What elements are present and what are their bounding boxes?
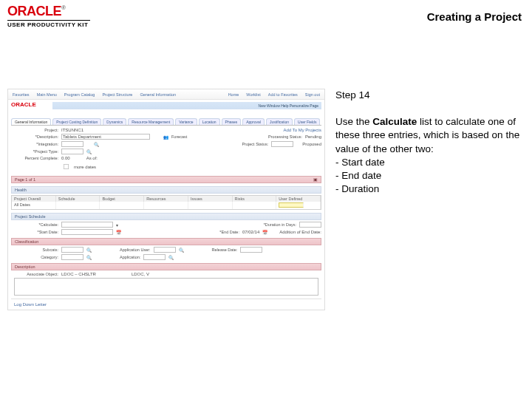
tab-location[interactable]: Location	[199, 118, 220, 125]
health-title: Health	[15, 188, 27, 192]
instruction-bold: Calculate	[372, 116, 417, 127]
breadcrumb-bar: New Window Help Personalize Page	[52, 102, 321, 109]
tab-project-costing[interactable]: Project Costing Definition	[52, 118, 101, 125]
proc-status-label: Processing Status:	[268, 134, 302, 139]
end-date-label: *End Date:	[219, 230, 239, 234]
proj-status-input[interactable]	[271, 141, 293, 147]
lookup-icon[interactable]: 🔍	[86, 255, 92, 260]
instruction-panel: Step 14 Use the Calculate list to calcul…	[335, 89, 525, 392]
home-link[interactable]: Home	[228, 92, 239, 97]
menu-item[interactable]: Favorites	[13, 92, 30, 97]
cell: All Dates	[12, 202, 56, 209]
logo-rule	[7, 20, 90, 21]
cell	[188, 202, 233, 209]
tab-dynamics[interactable]: Dynamics	[103, 118, 126, 125]
assoc-object-label: Associate Object:	[14, 272, 58, 276]
lookup-icon[interactable]: 🔍	[94, 142, 99, 147]
screenshot-thumbnail: Favorites Main Menu Program Catalog Proj…	[7, 89, 325, 310]
asof-label: As of:	[86, 156, 98, 160]
tab-resource-management[interactable]: Resource Management	[128, 118, 174, 125]
menu-item[interactable]: Main Menu	[37, 92, 57, 97]
release-input[interactable]	[240, 247, 262, 253]
description-header: Description	[11, 263, 321, 270]
people-icon[interactable]: 👥	[163, 134, 168, 140]
grid-header: Project Overall Schedule Budget Resource…	[12, 196, 321, 202]
logo-text: ORACLE	[7, 4, 61, 18]
start-date-input[interactable]	[61, 229, 113, 235]
project-value: ITSUNNC1	[61, 128, 83, 132]
crumb-right[interactable]: New Window Help Personalize Page	[259, 103, 318, 108]
signout-link[interactable]: Sign out	[305, 92, 320, 97]
worklist-link[interactable]: Worklist	[246, 92, 260, 97]
calculate-label: *Calculate:	[14, 222, 58, 227]
project-type-label: *Project Type:	[14, 149, 58, 154]
page-band-text: Page 1 of 1	[15, 177, 35, 182]
expand-icon[interactable]: ▣	[313, 177, 318, 182]
more-dates-label: more dates	[74, 165, 96, 169]
cell	[233, 202, 277, 209]
end-date-value: 07/02/14	[242, 230, 259, 234]
tab-justification[interactable]: Justification	[266, 118, 293, 125]
calendar-icon[interactable]: 📅	[262, 230, 267, 235]
menu-item[interactable]: Project Structure	[102, 92, 132, 97]
menu-item[interactable]: Program Catalog	[64, 92, 95, 97]
calculate-select[interactable]	[61, 222, 113, 228]
integration-input[interactable]	[61, 141, 83, 147]
separator	[11, 299, 321, 299]
tab-variance[interactable]: Variance	[175, 118, 197, 125]
page-title: Creating a Project	[427, 10, 522, 23]
cell	[56, 202, 100, 209]
applic-label: Application:	[120, 255, 140, 259]
project-type-input[interactable]	[61, 149, 83, 154]
tab-approval[interactable]: Approval	[242, 118, 265, 125]
desc-value: Tablets Department	[63, 134, 101, 139]
more-dates-checkbox[interactable]	[64, 164, 69, 169]
proj-status-value: Proposed	[302, 142, 321, 146]
health-grid: Project Overall Schedule Budget Resource…	[11, 195, 321, 210]
addto-link[interactable]: Add To My Projects	[283, 128, 321, 132]
logo-subtitle: USER PRODUCTIVITY KIT	[7, 21, 90, 28]
app-menu-bar: Favorites Main Menu Program Catalog Proj…	[8, 89, 324, 100]
addend-label: Addition of End Date:	[279, 230, 321, 234]
log-down-link[interactable]: Log Down Letter	[14, 302, 47, 307]
percent-label: Percent Complete:	[14, 156, 58, 160]
calendar-icon[interactable]: 📅	[116, 230, 121, 235]
menu-item[interactable]: General Information	[140, 92, 176, 97]
instruction-text: Use the Calculate list to calculate one …	[335, 115, 525, 156]
category-label: Category:	[14, 255, 58, 259]
bullet-line: - Start date	[335, 156, 525, 169]
project-label: Project:	[14, 128, 58, 132]
schedule-title: Project Schedule	[15, 214, 46, 219]
col: Risks	[233, 196, 277, 202]
col: User Defined	[276, 196, 321, 202]
subcat-input[interactable]	[61, 247, 83, 253]
description-textarea[interactable]	[14, 278, 318, 296]
cell[interactable]	[276, 202, 321, 209]
release-label: Release Date:	[212, 248, 238, 252]
assoc-code-value: LDOC, V	[132, 272, 149, 276]
tab-general-information[interactable]: General Information	[11, 118, 51, 125]
category-input[interactable]	[61, 254, 83, 260]
instruction-pre: Use the	[335, 116, 372, 127]
integration-label: *Integration:	[14, 142, 58, 146]
logo: ORACLE® USER PRODUCTIVITY KIT	[7, 4, 90, 28]
start-date-label: *Start Date:	[14, 230, 58, 234]
col: Resources	[144, 196, 188, 202]
proc-status-value: Pending	[305, 134, 321, 139]
fav-link[interactable]: Add to Favorites	[268, 92, 298, 97]
description-title: Description	[15, 265, 35, 269]
tab-phases[interactable]: Phases	[222, 118, 242, 125]
col: Project Overall	[12, 196, 56, 202]
lookup-icon[interactable]: 🔍	[86, 248, 92, 253]
chevron-down-icon[interactable]: ▾	[116, 222, 118, 228]
classification-header: Classification	[11, 238, 321, 245]
lookup-icon[interactable]: 🔍	[179, 248, 184, 253]
duration-input[interactable]	[299, 222, 321, 228]
lookup-icon[interactable]: 🔍	[168, 255, 174, 260]
tab-user-fields[interactable]: User Fields	[294, 118, 320, 125]
appuser-input[interactable]	[154, 247, 176, 253]
duration-label: *Duration in Days:	[264, 222, 296, 227]
lookup-icon[interactable]: 🔍	[86, 149, 92, 154]
applic-input[interactable]	[143, 254, 166, 260]
grid-row: All Dates	[12, 202, 321, 209]
